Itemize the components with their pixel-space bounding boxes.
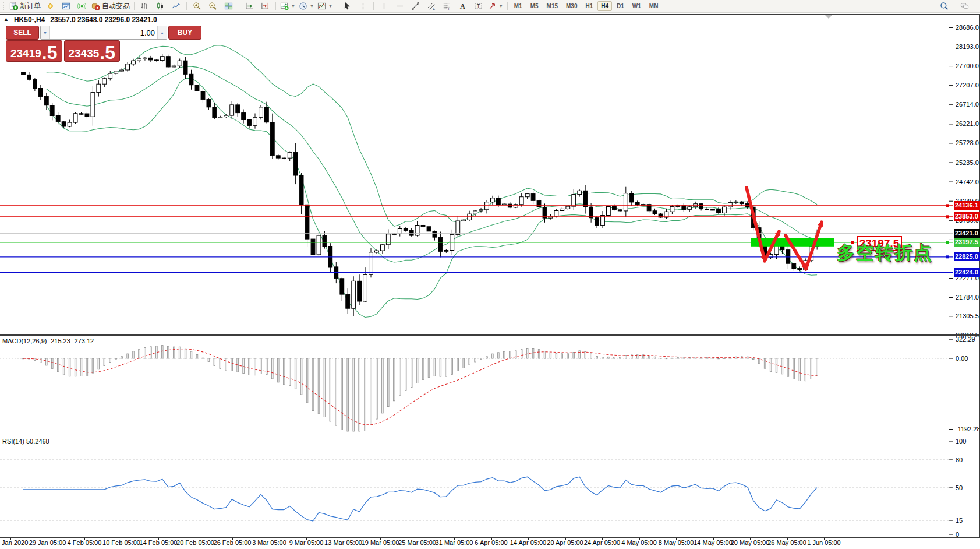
volume-decrement-button[interactable]: ▼ (41, 26, 50, 39)
toolbar-separator (507, 2, 508, 10)
label-button[interactable]: T (470, 0, 486, 12)
timeframe-M30-button[interactable]: M30 (562, 1, 581, 11)
chart-shift-icon (261, 2, 270, 10)
svg-text:E: E (433, 7, 435, 10)
price-tag-22825.0: 22825.0 (954, 252, 980, 261)
turning-point-annotation[interactable]: 多空转折点 (837, 241, 933, 265)
time-axis-label: 26 Feb 05:00 (214, 539, 252, 546)
time-axis-tick (196, 538, 196, 540)
macd-pane-separator[interactable] (0, 334, 980, 335)
candlestick-button[interactable] (153, 0, 168, 12)
chat-icon (960, 2, 969, 10)
periods-icon (299, 2, 307, 10)
chart-shift-button[interactable] (257, 0, 273, 12)
line-handle[interactable] (946, 215, 949, 218)
main-chart-pane[interactable] (0, 14, 953, 334)
chart-window-button[interactable] (58, 0, 74, 12)
signals-icon (77, 2, 86, 10)
rsi-pane-separator[interactable] (0, 434, 980, 434)
zoom-in-icon (193, 2, 201, 10)
new-order-icon (9, 2, 18, 10)
macd-pane[interactable] (0, 336, 953, 434)
buy-price-display[interactable]: 23435 .5 (64, 40, 121, 62)
time-axis-label: 4 Feb 05:00 (68, 539, 102, 546)
autotrading-button[interactable]: 自动交易 (90, 0, 132, 12)
time-axis-tick (713, 538, 714, 540)
bar-chart-button[interactable] (137, 0, 153, 12)
new-order-button[interactable]: 新订单 (8, 0, 43, 12)
line-chart-button[interactable] (168, 0, 184, 12)
collapse-icon[interactable]: ▲ (3, 16, 9, 24)
chat-button[interactable] (957, 0, 972, 12)
time-axis-tick (10, 538, 11, 540)
shapes-button[interactable]: ▼ (486, 0, 505, 12)
svg-text:A: A (460, 2, 465, 10)
cursor-button[interactable] (339, 0, 355, 12)
time-axis-label: 26 May 05:00 (767, 539, 806, 546)
svg-text:T: T (477, 3, 480, 9)
bollinger-lower-band (47, 78, 817, 317)
signals-button[interactable] (74, 0, 90, 12)
volume-input[interactable] (50, 26, 157, 39)
auto-scroll-button[interactable] (242, 0, 257, 12)
price-tag-23421.0: 23421.0 (954, 229, 980, 238)
fibonacci-button[interactable]: F (439, 0, 455, 12)
timeframe-W1-button[interactable]: W1 (629, 1, 645, 11)
tile-windows-button[interactable] (221, 0, 236, 12)
zoom-out-button[interactable] (205, 0, 221, 12)
search-button[interactable] (936, 0, 952, 12)
vline-button[interactable] (376, 0, 392, 12)
timeframe-M5-button[interactable]: M5 (527, 1, 542, 11)
bollinger-bands (47, 45, 817, 318)
trendline-button[interactable] (408, 0, 423, 12)
time-axis-label: 1 Jun 05:00 (807, 539, 841, 546)
timeframe-H1-button[interactable]: H1 (582, 1, 596, 11)
rsi-axis-tick: 50 (956, 484, 963, 492)
line-handle[interactable] (946, 255, 949, 258)
chart-shift-marker[interactable] (825, 15, 833, 19)
line-handle[interactable] (946, 241, 949, 244)
label-icon: T (474, 2, 483, 10)
sell-button[interactable]: SELL (6, 26, 39, 40)
price-tag-22424.0: 22424.0 (954, 268, 980, 277)
cursor-icon (343, 2, 352, 10)
buy-button[interactable]: BUY (168, 26, 201, 40)
rsi-pane[interactable] (0, 435, 953, 537)
time-axis-label: 21 Jan 2020 (0, 539, 28, 546)
text-button[interactable]: A (455, 0, 470, 12)
periods-button[interactable]: ▼ (297, 0, 316, 12)
timeframe-H4-button[interactable]: H4 (597, 1, 612, 11)
time-axis-label: 14 May 05:00 (694, 539, 733, 546)
timeframe-MN-button[interactable]: MN (646, 1, 662, 11)
timeframe-D1-button[interactable]: D1 (613, 1, 628, 11)
trendline-icon (411, 2, 420, 10)
sell-price-display[interactable]: 23419 .5 (6, 40, 62, 62)
crosshair-button[interactable] (355, 0, 371, 12)
line-chart-icon (172, 2, 181, 10)
price-tag-24136.1: 24136.1 (954, 201, 980, 210)
price-axis-border (953, 14, 953, 537)
timeframe-M15-button[interactable]: M15 (543, 1, 561, 11)
time-axis-label: 6 Apr 05:00 (475, 539, 507, 546)
time-axis-tick (48, 538, 48, 540)
chevron-down-icon: ▼ (499, 4, 503, 8)
templates-button[interactable]: ▼ (316, 0, 334, 12)
channel-button[interactable]: E (423, 0, 439, 12)
time-axis-label: 14 Feb 05:00 (140, 539, 178, 546)
indicators-button[interactable]: ▼ (278, 0, 297, 12)
time-axis-tick (306, 538, 307, 540)
price-axis-tick: 28686.0 (956, 24, 979, 31)
candlestick-series (22, 54, 819, 316)
timeframe-M1-button[interactable]: M1 (511, 1, 526, 11)
tile-windows-icon (224, 2, 233, 10)
zoom-in-button[interactable] (189, 0, 205, 12)
toolbar-separator (373, 2, 374, 10)
price-tag-23197.5: 23197.5 (954, 238, 980, 247)
volume-increment-button[interactable]: ▲ (157, 26, 167, 39)
metaeditor-button[interactable] (43, 0, 58, 12)
line-handle[interactable] (946, 204, 949, 207)
time-axis-tick (824, 538, 825, 540)
time-axis-tick (491, 538, 492, 540)
hline-button[interactable] (392, 0, 408, 12)
time-axis-tick (158, 538, 159, 540)
